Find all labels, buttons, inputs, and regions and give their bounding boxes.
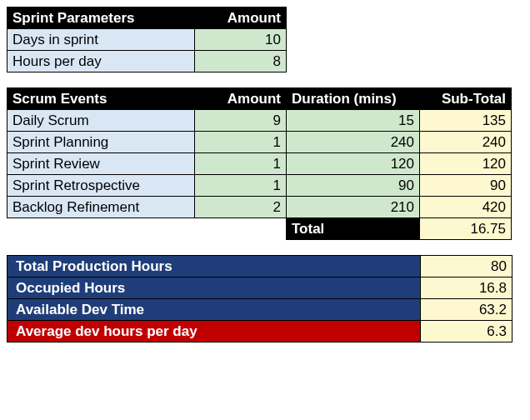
summary-value: 80 — [421, 256, 512, 278]
col-header: Duration (mins) — [287, 88, 420, 110]
table-row: Daily Scrum 9 15 135 — [8, 110, 512, 132]
spacer — [8, 218, 195, 240]
summary-label: Occupied Hours — [8, 278, 421, 299]
summary-row: Available Dev Time 63.2 — [8, 299, 512, 321]
event-duration: 210 — [287, 197, 420, 218]
table-row: Hours per day 8 — [8, 51, 287, 72]
event-subtotal: 135 — [420, 110, 512, 132]
event-amount: 1 — [195, 175, 287, 197]
event-label: Sprint Planning — [8, 132, 195, 153]
col-header: Sprint Parameters — [8, 8, 195, 29]
event-label: Sprint Retrospective — [8, 175, 195, 197]
event-label: Daily Scrum — [8, 110, 195, 132]
summary-table: Total Production Hours 80 Occupied Hours… — [7, 255, 512, 342]
summary-row: Total Production Hours 80 — [8, 256, 512, 278]
total-value: 16.75 — [420, 218, 512, 240]
param-label: Days in sprint — [8, 29, 195, 51]
col-header: Sub-Total — [420, 88, 512, 110]
summary-row: Occupied Hours 16.8 — [8, 278, 512, 299]
summary-label: Total Production Hours — [8, 256, 421, 278]
param-amount: 8 — [195, 51, 287, 72]
col-header: Amount — [195, 88, 287, 110]
event-subtotal: 120 — [420, 153, 512, 175]
col-header: Scrum Events — [8, 88, 195, 110]
sprint-params-table: Sprint Parameters Amount Days in sprint … — [7, 7, 287, 72]
spacer — [195, 218, 287, 240]
scrum-events-table: Scrum Events Amount Duration (mins) Sub-… — [7, 88, 512, 240]
summary-label: Average dev hours per day — [8, 321, 421, 342]
event-duration: 120 — [287, 153, 420, 175]
event-duration: 240 — [287, 132, 420, 153]
table-row: Backlog Refinement 2 210 420 — [8, 197, 512, 218]
summary-label: Available Dev Time — [8, 299, 421, 321]
event-label: Sprint Review — [8, 153, 195, 175]
summary-value: 63.2 — [421, 299, 512, 321]
table-header-row: Scrum Events Amount Duration (mins) Sub-… — [8, 88, 512, 110]
param-label: Hours per day — [8, 51, 195, 72]
event-amount: 1 — [195, 132, 287, 153]
col-header: Amount — [195, 8, 287, 29]
event-amount: 1 — [195, 153, 287, 175]
table-row: Sprint Retrospective 1 90 90 — [8, 175, 512, 197]
table-header-row: Sprint Parameters Amount — [8, 8, 287, 29]
table-row: Days in sprint 10 — [8, 29, 287, 51]
event-subtotal: 240 — [420, 132, 512, 153]
event-amount: 2 — [195, 197, 287, 218]
event-duration: 90 — [287, 175, 420, 197]
total-row: Total 16.75 — [8, 218, 512, 240]
event-duration: 15 — [287, 110, 420, 132]
summary-value: 6.3 — [421, 321, 512, 342]
param-amount: 10 — [195, 29, 287, 51]
event-subtotal: 90 — [420, 175, 512, 197]
summary-value: 16.8 — [421, 278, 512, 299]
total-label: Total — [287, 218, 420, 240]
event-label: Backlog Refinement — [8, 197, 195, 218]
summary-row: Average dev hours per day 6.3 — [8, 321, 512, 342]
table-row: Sprint Planning 1 240 240 — [8, 132, 512, 153]
event-subtotal: 420 — [420, 197, 512, 218]
table-row: Sprint Review 1 120 120 — [8, 153, 512, 175]
event-amount: 9 — [195, 110, 287, 132]
